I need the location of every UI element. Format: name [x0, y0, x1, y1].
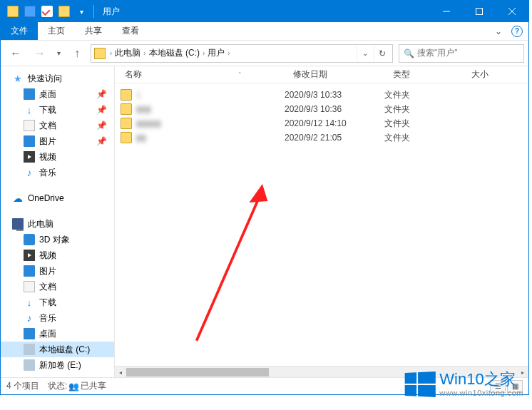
nav-music2[interactable]: 音乐	[1, 310, 114, 326]
crumb-cdisk[interactable]: 本地磁盘 (C:)	[149, 47, 200, 59]
nav-desktop[interactable]: 桌面📌	[1, 86, 114, 102]
nav-onedrive[interactable]: OneDrive	[1, 190, 114, 206]
pictures-icon	[24, 135, 35, 147]
forward-button[interactable]: →	[29, 43, 51, 63]
crumb-thispc[interactable]: 此电脑	[115, 47, 140, 59]
nav-documents[interactable]: 文档📌	[1, 118, 114, 133]
crumb-users[interactable]: 用户	[208, 47, 225, 59]
svg-rect-1	[476, 9, 483, 15]
pc-icon	[12, 218, 24, 230]
search-icon: 🔍	[404, 48, 414, 58]
annotation-arrow	[186, 176, 286, 347]
chevron-right-icon[interactable]: ›	[143, 49, 145, 57]
list-item[interactable]: ▮▮▮▮▮ 2020/9/12 14:10 文件夹	[121, 116, 528, 130]
pin-icon: 📌	[96, 105, 107, 115]
desktop-icon	[24, 328, 35, 339]
qat-checkbox-icon[interactable]	[39, 4, 55, 19]
back-button[interactable]: ←	[5, 43, 26, 63]
nav-quick-access[interactable]: 快速访问	[1, 71, 114, 86]
disk-icon	[24, 344, 35, 355]
window-title: 用户	[97, 6, 120, 18]
nav-videos[interactable]: 视频	[1, 149, 114, 165]
tab-home[interactable]: 主页	[38, 22, 75, 40]
watermark-title: Win10之家	[439, 371, 523, 387]
close-button[interactable]	[496, 1, 528, 22]
folder-icon	[121, 132, 132, 143]
explorer-window: ▾ 用户 文件 主页 共享 查看 ⌄ ? ← → ▾ ↑ › 此电脑 › 本地磁…	[0, 0, 529, 395]
document-icon	[24, 281, 35, 292]
folder-icon	[121, 103, 132, 115]
qat-folder2-icon[interactable]	[56, 4, 72, 19]
qat-overflow-icon[interactable]: ▾	[73, 4, 89, 19]
nav-pictures[interactable]: 图片📌	[1, 133, 114, 149]
list-item[interactable]: 1 2020/9/3 10:33 文件夹	[121, 88, 528, 102]
up-button[interactable]: ↑	[66, 43, 88, 63]
list-item[interactable]: ▮▮▮ 2020/9/3 10:36 文件夹	[121, 102, 528, 116]
search-placeholder: 搜索"用户"	[417, 47, 458, 59]
search-input[interactable]: 🔍 搜索"用户"	[399, 44, 524, 63]
pin-icon: 📌	[96, 89, 107, 99]
nav-thispc[interactable]: 此电脑	[1, 216, 114, 232]
refresh-button[interactable]: ↻	[374, 46, 389, 61]
nav-desktop2[interactable]: 桌面	[1, 326, 114, 342]
tab-view[interactable]: 查看	[112, 22, 149, 40]
nav-cdisk[interactable]: 本地磁盘 (C:)	[1, 342, 114, 357]
nav-pictures2[interactable]: 图片	[1, 263, 114, 279]
list-item[interactable]: ▮▮ 2020/9/2 21:05 文件夹	[121, 130, 528, 145]
music-icon	[24, 312, 35, 324]
nav-3dobjects[interactable]: 3D 对象	[1, 232, 114, 247]
col-type[interactable]: 类型	[389, 68, 467, 81]
col-date[interactable]: 修改日期	[289, 68, 389, 81]
svg-line-4	[197, 196, 260, 341]
address-toolbar: ← → ▾ ↑ › 此电脑 › 本地磁盘 (C:) › 用户 › ⌄ ↻ 🔍 搜…	[1, 41, 528, 66]
file-list[interactable]: 1 2020/9/3 10:33 文件夹 ▮▮▮ 2020/9/3 10:36 …	[115, 83, 528, 366]
folder-icon	[121, 118, 132, 129]
chevron-right-icon[interactable]: ›	[203, 49, 205, 57]
sort-indicator-icon: ˄	[238, 71, 242, 78]
download-icon	[24, 104, 35, 116]
nav-edisk[interactable]: 新加卷 (E:)	[1, 357, 114, 373]
scrollbar-thumb[interactable]	[126, 368, 269, 376]
title-bar: ▾ 用户	[1, 1, 528, 22]
col-size[interactable]: 大小	[467, 68, 528, 81]
tab-share[interactable]: 共享	[75, 22, 112, 40]
share-status: 状态: 👥 已共享	[48, 380, 106, 392]
star-icon	[12, 73, 24, 84]
nav-music[interactable]: 音乐	[1, 165, 114, 180]
qat-folder-icon[interactable]	[5, 4, 21, 19]
video-icon	[24, 250, 35, 261]
watermark-url: www.win10xitong.com	[439, 389, 523, 397]
col-name[interactable]: 名称˄	[121, 68, 289, 81]
chevron-right-icon[interactable]: ›	[110, 49, 112, 57]
qat-blue-folder-icon[interactable]	[22, 4, 38, 19]
obj3d-icon	[24, 234, 35, 245]
column-headers: 名称˄ 修改日期 类型 大小	[115, 66, 528, 83]
ribbon-toggle-icon[interactable]: ⌄	[486, 22, 511, 40]
nav-documents2[interactable]: 文档	[1, 279, 114, 294]
ribbon-tabs: 文件 主页 共享 查看 ⌄ ?	[1, 22, 528, 41]
content-pane: 名称˄ 修改日期 类型 大小 1 2020/9/3 10:33 文件夹 ▮▮▮ …	[115, 66, 528, 377]
nav-videos2[interactable]: 视频	[1, 247, 114, 263]
tab-file[interactable]: 文件	[1, 22, 38, 40]
folder-icon	[94, 48, 106, 59]
scroll-left-icon[interactable]: ◂	[115, 367, 126, 378]
nav-downloads2[interactable]: 下载	[1, 294, 114, 310]
minimize-button[interactable]	[430, 1, 463, 22]
pin-icon: 📌	[96, 136, 107, 146]
document-icon	[24, 120, 35, 131]
nav-downloads[interactable]: 下载📌	[1, 102, 114, 118]
people-icon: 👥	[68, 381, 79, 391]
help-button[interactable]: ?	[511, 26, 523, 37]
svg-marker-5	[249, 184, 267, 203]
folder-icon	[121, 89, 132, 101]
address-bar[interactable]: › 此电脑 › 本地磁盘 (C:) › 用户 › ⌄ ↻	[91, 44, 393, 63]
maximize-button[interactable]	[463, 1, 496, 22]
recent-dropdown-icon[interactable]: ▾	[53, 43, 63, 63]
desktop-icon	[24, 88, 35, 100]
item-count: 4 个项目	[6, 380, 39, 392]
quick-access-toolbar: ▾	[1, 4, 97, 19]
chevron-right-icon[interactable]: ›	[227, 49, 230, 57]
address-dropdown-icon[interactable]: ⌄	[357, 46, 372, 61]
disk-icon	[24, 359, 35, 371]
pin-icon: 📌	[96, 121, 107, 130]
